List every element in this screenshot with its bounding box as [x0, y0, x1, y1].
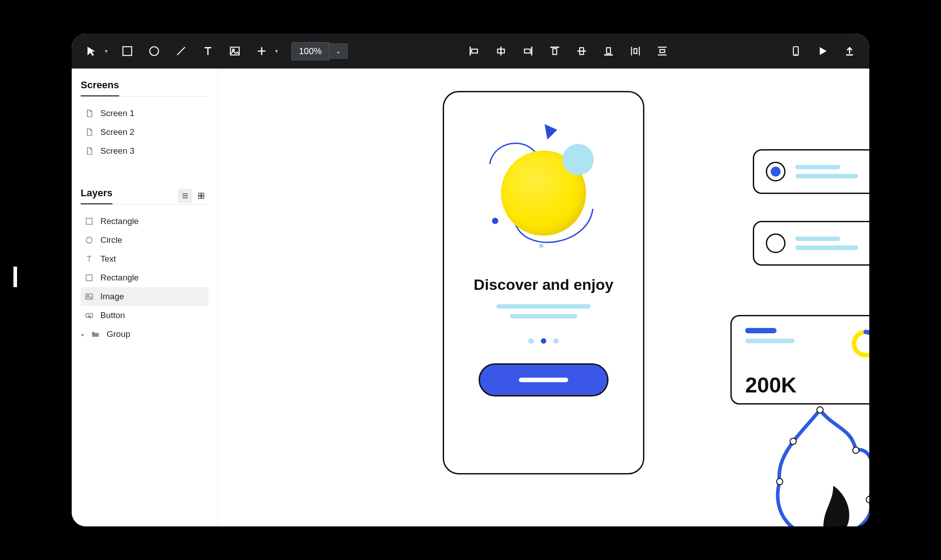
layer-item-rectangle[interactable]: Rectangle [81, 212, 208, 231]
align-bottom-icon [603, 45, 614, 57]
layer-item-image[interactable]: Image [81, 287, 208, 306]
zoom-value[interactable]: 100% [291, 42, 329, 60]
page-icon [84, 127, 94, 137]
select-tool-caret-icon[interactable]: ▾ [105, 48, 108, 54]
sidebar: Screens Screen 1 Screen 2 Screen 3 [72, 69, 218, 526]
radio-selected[interactable] [766, 162, 786, 181]
layers-list-view-button[interactable] [178, 189, 192, 203]
svg-rect-30 [199, 196, 201, 198]
device-preview-button[interactable] [789, 44, 803, 58]
add-tool-caret-icon[interactable]: ▾ [275, 48, 278, 54]
svg-point-44 [790, 438, 796, 444]
screen-item[interactable]: Screen 2 [81, 123, 208, 142]
layer-item-group[interactable]: ▸ Group [81, 325, 208, 344]
blue-dot-shape [492, 218, 498, 224]
align-center-h[interactable] [494, 44, 508, 58]
line-icon [175, 45, 187, 57]
cursor-icon [86, 45, 97, 57]
align-right[interactable] [521, 44, 535, 58]
distribute-v[interactable] [655, 44, 669, 58]
svg-line-2 [177, 47, 185, 55]
progress-ring-icon [850, 328, 869, 359]
circle-tool[interactable] [147, 44, 161, 58]
line-tool[interactable] [174, 44, 188, 58]
layer-label: Circle [100, 235, 122, 245]
image-tool[interactable] [228, 44, 242, 58]
svg-rect-3 [230, 47, 239, 55]
align-bottom[interactable] [601, 44, 616, 58]
svg-rect-6 [472, 49, 478, 53]
stat-card[interactable]: 200K [730, 315, 869, 405]
layer-label: Button [100, 310, 125, 320]
svg-point-41 [866, 496, 869, 503]
grid-view-icon [197, 192, 205, 200]
expand-caret-icon[interactable]: ▸ [82, 331, 87, 338]
cta-button[interactable] [479, 363, 609, 396]
option-card-1[interactable] [753, 149, 869, 194]
svg-point-39 [817, 407, 823, 413]
tool-group-align [467, 44, 669, 58]
screen-label: Screen 3 [100, 146, 134, 156]
layer-label: Group [107, 329, 130, 339]
upload-button[interactable] [842, 44, 857, 58]
text-icon [84, 254, 94, 264]
tool-group-actions [789, 44, 857, 58]
svg-rect-12 [553, 49, 557, 55]
button-icon [84, 310, 94, 320]
distribute-h[interactable] [628, 44, 643, 58]
layer-item-button[interactable]: Button [81, 306, 208, 325]
pager-dot[interactable] [553, 338, 559, 344]
circle-icon [84, 235, 94, 245]
text-placeholder [795, 165, 840, 169]
svg-rect-19 [634, 49, 637, 54]
device-icon [790, 45, 802, 57]
vector-flame-shape[interactable] [766, 401, 869, 526]
add-tool[interactable] [255, 44, 269, 58]
svg-point-33 [86, 237, 92, 243]
layer-item-rectangle[interactable]: Rectangle [81, 268, 208, 287]
pager-dot[interactable] [528, 338, 534, 344]
select-tool[interactable] [84, 44, 99, 58]
stat-sublabel-placeholder [745, 339, 794, 343]
svg-rect-29 [202, 193, 204, 195]
layers-grid-view-button[interactable] [194, 189, 208, 203]
play-button[interactable] [816, 44, 830, 58]
screen-label: Screen 2 [100, 127, 134, 137]
headline-text: Discover and enjoy [474, 276, 613, 293]
text-tool[interactable] [201, 44, 215, 58]
svg-rect-31 [202, 196, 204, 198]
rectangle-icon [121, 45, 133, 57]
pager-dot-active[interactable] [541, 338, 546, 344]
subtitle-line-placeholder [510, 314, 577, 319]
align-top[interactable] [548, 44, 562, 58]
zoom-control[interactable]: 100% ⌄ [291, 42, 348, 60]
design-canvas[interactable]: Discover and enjoy [218, 69, 869, 526]
rectangle-tool[interactable] [120, 44, 134, 58]
align-left[interactable] [467, 44, 481, 58]
rectangle-icon [84, 216, 94, 226]
screens-panel-title: Screens [81, 79, 119, 96]
svg-rect-16 [607, 47, 611, 53]
align-middle-v[interactable] [574, 44, 589, 58]
distribute-h-icon [630, 45, 641, 57]
svg-rect-0 [123, 47, 132, 56]
layers-list: Rectangle Circle Text Rectangle [81, 207, 208, 344]
screens-list: Screen 1 Screen 2 Screen 3 [81, 99, 208, 160]
subtitle-line-placeholder [496, 304, 591, 309]
text-cursor-caret [13, 267, 17, 287]
layer-item-circle[interactable]: Circle [81, 231, 208, 250]
play-icon [817, 45, 829, 57]
screen-item[interactable]: Screen 1 [81, 104, 208, 123]
align-center-h-icon [495, 45, 507, 57]
folder-icon [91, 329, 100, 339]
zoom-dropdown-caret-icon[interactable]: ⌄ [329, 43, 348, 59]
rectangle-icon [84, 273, 94, 283]
option-card-2[interactable] [753, 221, 869, 266]
phone-frame[interactable]: Discover and enjoy [443, 91, 644, 474]
stat-label-placeholder [745, 328, 777, 333]
cyan-dot-shape [539, 244, 544, 248]
layer-item-text[interactable]: Text [81, 250, 208, 268]
screen-item[interactable]: Screen 3 [81, 142, 208, 160]
pager-dots[interactable] [528, 338, 559, 344]
radio-unselected[interactable] [766, 233, 786, 253]
